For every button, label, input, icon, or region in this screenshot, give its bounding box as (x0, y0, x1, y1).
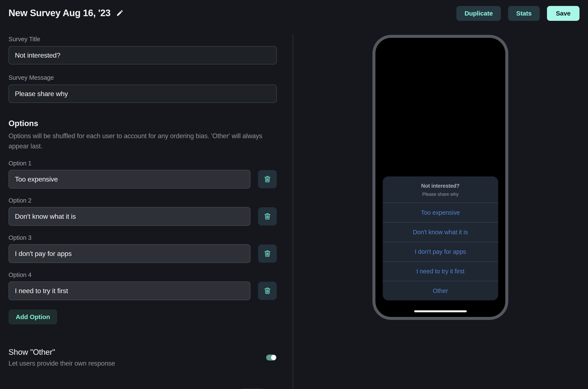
show-other-description: Let users provide their own response (8, 360, 115, 367)
option-3-input[interactable] (8, 244, 250, 263)
stats-button[interactable]: Stats (508, 6, 540, 21)
alert-option-dont-pay[interactable]: I don't pay for apps (383, 242, 498, 261)
option-1-input[interactable] (8, 170, 250, 189)
option-1-row (8, 170, 277, 189)
survey-title-label: Survey Title (8, 36, 277, 43)
option-3-delete-button[interactable] (258, 244, 277, 263)
survey-message-input[interactable] (8, 85, 277, 103)
duplicate-button[interactable]: Duplicate (457, 6, 501, 21)
add-option-button[interactable]: Add Option (8, 310, 57, 324)
alert-option-too-expensive[interactable]: Too expensive (383, 203, 498, 222)
survey-title-input[interactable] (8, 46, 277, 65)
show-other-heading: Show "Other" (8, 348, 115, 357)
show-other-text: Show "Other" Let users provide their own… (8, 348, 115, 367)
survey-alert: Not interested? Please share why Too exp… (383, 176, 498, 300)
phone-preview: Not interested? Please share why Too exp… (372, 35, 508, 320)
option-2-delete-button[interactable] (258, 207, 277, 226)
option-2-input[interactable] (8, 207, 250, 226)
alert-option-dont-know[interactable]: Don't know what it is (383, 222, 498, 242)
option-1-delete-button[interactable] (258, 170, 277, 188)
percentage-heading: Percentage (8, 388, 163, 389)
panel-divider (293, 34, 293, 389)
save-button[interactable]: Save (547, 6, 580, 21)
alert-message: Please share why (388, 192, 493, 197)
show-other-toggle[interactable] (266, 355, 276, 360)
alert-option-other[interactable]: Other (383, 281, 498, 300)
page-title: New Survey Aug 16, '23 (8, 8, 111, 18)
percentage-section: Percentage How many paywalled users shou… (8, 388, 277, 389)
option-4-label: Option 4 (8, 271, 277, 278)
option-1-label: Option 1 (8, 160, 277, 167)
alert-title: Not interested? (388, 183, 493, 189)
show-other-section: Show "Other" Let users provide their own… (8, 348, 277, 367)
percentage-text: Percentage How many paywalled users shou… (8, 388, 163, 389)
home-indicator[interactable] (414, 310, 467, 312)
trash-icon (263, 212, 272, 221)
trash-icon (263, 175, 272, 183)
trash-icon (263, 287, 272, 295)
option-4-delete-button[interactable] (258, 282, 277, 300)
option-4-input[interactable] (8, 281, 250, 300)
trash-icon (263, 249, 272, 258)
pencil-icon[interactable] (116, 9, 124, 17)
alert-option-try-first[interactable]: I need to try it first (383, 261, 498, 281)
options-heading: Options (8, 119, 277, 128)
alert-header: Not interested? Please share why (383, 176, 498, 203)
option-2-row (8, 207, 277, 226)
options-description: Options will be shuffled for each user t… (8, 131, 267, 151)
survey-message-label: Survey Message (8, 74, 277, 81)
option-4-row (8, 281, 277, 300)
survey-form-panel: Survey Title Survey Message Options Opti… (8, 36, 277, 389)
header-buttons: Duplicate Stats Save (457, 6, 580, 21)
toggle-knob (271, 355, 276, 360)
option-3-label: Option 3 (8, 234, 277, 241)
option-2-label: Option 2 (8, 197, 277, 204)
option-3-row (8, 244, 277, 263)
page-title-wrap: New Survey Aug 16, '23 (8, 6, 124, 18)
header: New Survey Aug 16, '23 Duplicate Stats S… (0, 0, 588, 34)
